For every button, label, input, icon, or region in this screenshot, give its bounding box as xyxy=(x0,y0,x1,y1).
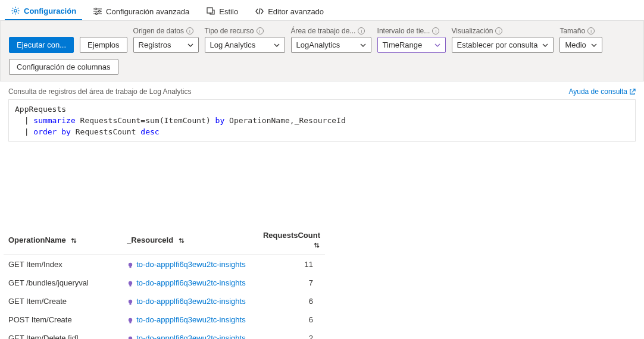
info-icon: i xyxy=(358,27,365,34)
cell-operation: GET Item/Create xyxy=(4,292,122,310)
tab-label: Configuración avanzada xyxy=(106,7,189,16)
cell-operation: POST Item/Create xyxy=(4,310,122,329)
dropdown-value: Medio xyxy=(565,40,586,49)
visualization-label: Visualizacióni xyxy=(452,27,554,36)
examples-button[interactable]: Ejemplos xyxy=(80,37,127,53)
tab-advanced-config[interactable]: Configuración avanzada xyxy=(87,2,195,20)
dropdown-value: Registros xyxy=(139,40,171,49)
insights-icon xyxy=(127,280,134,287)
workspace-dropdown[interactable]: LogAnalytics xyxy=(291,37,371,53)
sort-icon xyxy=(70,237,77,244)
style-icon xyxy=(206,7,215,16)
data-source-label: Origen de datosi xyxy=(133,27,199,36)
size-dropdown[interactable]: Medio xyxy=(559,37,602,53)
cell-resource: to-do-appplfi6q3ewu2tc-insights xyxy=(122,292,258,310)
svg-rect-10 xyxy=(130,303,132,305)
subheader: Consulta de registros del área de trabaj… xyxy=(0,81,644,99)
cell-count: 6 xyxy=(258,292,325,310)
svg-point-1 xyxy=(95,8,97,10)
tab-style[interactable]: Estilo xyxy=(200,2,244,20)
chevron-down-icon xyxy=(187,42,193,48)
results-table-wrap: OperationName _ResourceId RequestsCount … xyxy=(4,225,640,339)
cell-count: 11 xyxy=(258,255,325,274)
info-icon: i xyxy=(432,27,439,34)
cell-count: 6 xyxy=(258,310,325,329)
cell-resource: to-do-appplfi6q3ewu2tc-insights xyxy=(122,329,258,339)
resource-link[interactable]: to-do-appplfi6q3ewu2tc-insights xyxy=(136,297,246,306)
svg-rect-4 xyxy=(207,8,212,13)
size-label: Tamañoi xyxy=(559,27,602,36)
dropdown-value: Establecer por consulta xyxy=(457,40,538,49)
cell-resource: to-do-appplfi6q3ewu2tc-insights xyxy=(122,274,258,292)
query-subtitle: Consulta de registros del área de trabaj… xyxy=(8,87,192,96)
tab-configuration[interactable]: Configuración xyxy=(5,2,82,20)
col-resource[interactable]: _ResourceId xyxy=(122,225,258,255)
chevron-down-icon xyxy=(542,42,548,48)
svg-point-11 xyxy=(129,318,132,321)
resource-link[interactable]: to-do-appplfi6q3ewu2tc-insights xyxy=(136,334,246,339)
cell-operation: GET Item/Index xyxy=(4,255,122,274)
workspace-label: Área de trabajo de...i xyxy=(291,27,371,36)
sort-icon xyxy=(313,241,320,249)
column-config-button[interactable]: Configuración de columnas xyxy=(9,59,118,75)
chevron-down-icon xyxy=(274,42,280,48)
info-icon: i xyxy=(257,27,264,34)
table-row: POST Item/Createto-do-appplfi6q3ewu2tc-i… xyxy=(4,310,325,329)
timerange-dropdown[interactable]: TimeRange xyxy=(377,37,446,53)
dropdown-value: LogAnalytics xyxy=(296,40,340,49)
gear-icon xyxy=(11,6,20,15)
insights-icon xyxy=(127,299,134,306)
svg-point-13 xyxy=(129,336,132,339)
info-icon: i xyxy=(587,27,595,34)
resource-type-label: Tipo de recursoi xyxy=(205,27,285,36)
tab-label: Estilo xyxy=(219,7,238,16)
table-row: GET /bundles/jqueryvalto-do-appplfi6q3ew… xyxy=(4,274,325,292)
svg-point-3 xyxy=(96,13,98,15)
cell-count: 7 xyxy=(258,274,325,292)
dropdown-value: TimeRange xyxy=(383,40,423,49)
data-source-dropdown[interactable]: Registros xyxy=(133,37,199,53)
results-table: OperationName _ResourceId RequestsCount … xyxy=(4,225,325,339)
sort-icon xyxy=(178,237,185,244)
sliders-icon xyxy=(93,7,102,16)
code-icon xyxy=(255,7,264,16)
svg-rect-8 xyxy=(130,285,132,287)
tab-bar: Configuración Configuración avanzada Est… xyxy=(0,0,644,21)
svg-point-2 xyxy=(99,11,101,12)
cell-operation: GET /bundles/jqueryval xyxy=(4,274,122,292)
info-icon: i xyxy=(186,27,193,34)
run-query-button[interactable]: Ejecutar con... xyxy=(9,37,74,53)
resource-link[interactable]: to-do-appplfi6q3ewu2tc-insights xyxy=(136,278,246,287)
info-icon: i xyxy=(495,27,502,34)
chevron-down-icon xyxy=(434,42,440,48)
query-help-link[interactable]: Ayuda de consulta xyxy=(568,87,636,96)
resource-type-dropdown[interactable]: Log Analytics xyxy=(205,37,285,53)
chevron-down-icon xyxy=(591,42,597,48)
cell-resource: to-do-appplfi6q3ewu2tc-insights xyxy=(122,255,258,274)
visualization-dropdown[interactable]: Establecer por consulta xyxy=(452,37,554,53)
timerange-label: Intervalo de tie...i xyxy=(377,27,446,36)
tab-advanced-editor[interactable]: Editor avanzado xyxy=(249,2,330,20)
svg-point-9 xyxy=(129,299,132,303)
resource-link[interactable]: to-do-appplfi6q3ewu2tc-insights xyxy=(136,260,246,269)
insights-icon xyxy=(127,335,134,339)
query-editor[interactable]: AppRequests | summarize RequestsCount=su… xyxy=(8,99,636,142)
cell-operation: GET Item/Delete [id] xyxy=(4,329,122,339)
col-count[interactable]: RequestsCount xyxy=(258,225,325,255)
tab-label: Editor avanzado xyxy=(268,7,324,16)
cell-resource: to-do-appplfi6q3ewu2tc-insights xyxy=(122,310,258,329)
col-operation[interactable]: OperationName xyxy=(4,225,122,255)
resource-link[interactable]: to-do-appplfi6q3ewu2tc-insights xyxy=(136,315,246,324)
table-row: GET Item/Delete [id]to-do-appplfi6q3ewu2… xyxy=(4,329,325,339)
insights-icon xyxy=(127,317,134,324)
insights-icon xyxy=(127,262,134,269)
svg-point-0 xyxy=(14,10,17,12)
external-link-icon xyxy=(629,89,636,95)
tab-label: Configuración xyxy=(24,7,76,15)
chevron-down-icon xyxy=(360,42,366,48)
toolbar: Ejecutar con... Ejemplos Origen de datos… xyxy=(0,21,644,81)
svg-point-5 xyxy=(129,262,132,266)
help-link-text: Ayuda de consulta xyxy=(568,87,627,96)
svg-rect-12 xyxy=(130,322,132,324)
cell-count: 2 xyxy=(258,329,325,339)
